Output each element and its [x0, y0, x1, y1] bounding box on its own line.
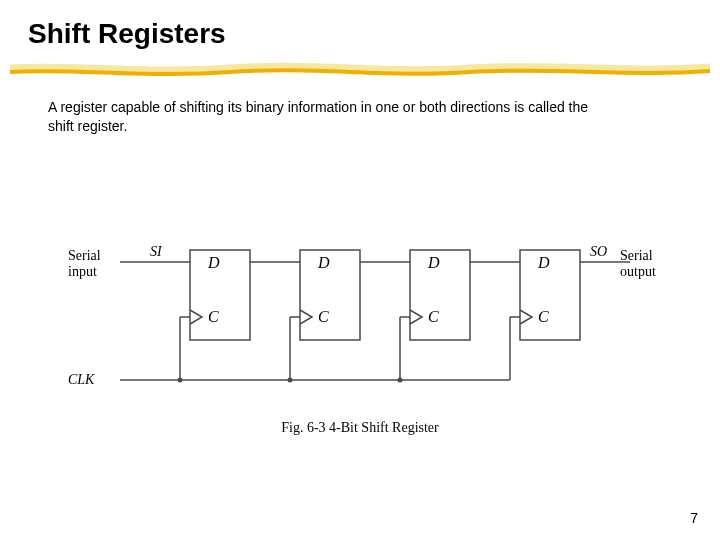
serial-input-label-2: input — [68, 264, 97, 279]
ff-c-label-3: C — [428, 308, 439, 325]
svg-point-18 — [178, 378, 183, 383]
title-underline — [10, 62, 710, 80]
svg-rect-3 — [520, 250, 580, 340]
figure-caption: Fig. 6-3 4-Bit Shift Register — [0, 420, 720, 436]
ff-d-label-4: D — [537, 254, 550, 271]
so-label: SO — [590, 244, 607, 259]
ff-d-label-2: D — [317, 254, 330, 271]
svg-rect-1 — [300, 250, 360, 340]
clk-label: CLK — [68, 372, 95, 387]
page-number: 7 — [690, 510, 698, 526]
ff-d-label-1: D — [207, 254, 220, 271]
slide-title: Shift Registers — [28, 18, 226, 50]
ff-c-label-4: C — [538, 308, 549, 325]
svg-point-19 — [288, 378, 293, 383]
ff-d-label-3: D — [427, 254, 440, 271]
serial-output-label-1: Serial — [620, 248, 653, 263]
ff-c-label-1: C — [208, 308, 219, 325]
serial-input-label-1: Serial — [68, 248, 101, 263]
svg-rect-0 — [190, 250, 250, 340]
slide-body-text: A register capable of shifting its binar… — [48, 98, 608, 136]
si-label: SI — [150, 244, 163, 259]
shift-register-diagram: D D D D C C C C Serial input Serial outp… — [60, 240, 660, 410]
svg-rect-2 — [410, 250, 470, 340]
svg-point-20 — [398, 378, 403, 383]
ff-c-label-2: C — [318, 308, 329, 325]
serial-output-label-2: output — [620, 264, 656, 279]
